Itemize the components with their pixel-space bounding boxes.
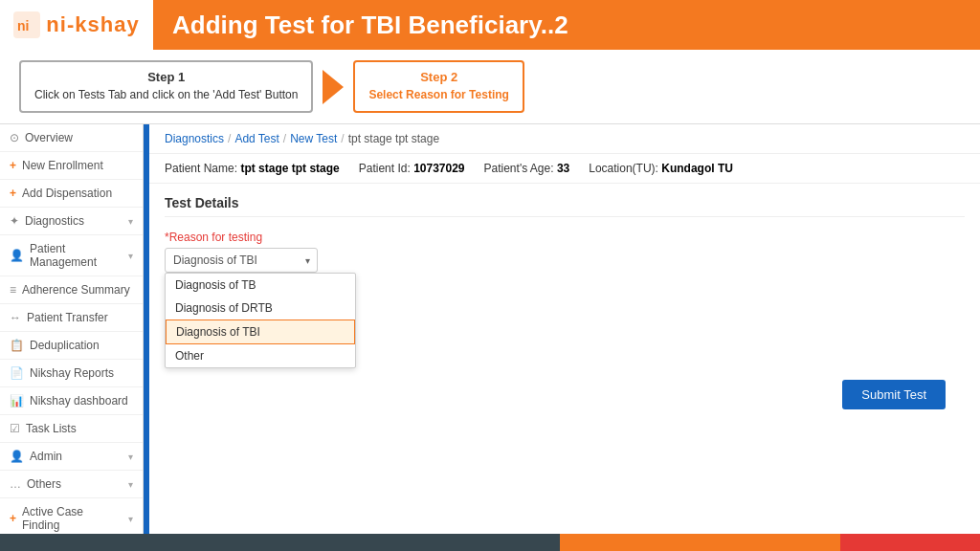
sidebar-label-deduplication: Deduplication <box>30 339 100 352</box>
patient-name-value: tpt stage tpt stage <box>240 162 339 175</box>
steps-arrow <box>323 70 344 104</box>
nikshay-dashboard-icon: 📊 <box>10 394 24 408</box>
reason-list-item-other[interactable]: Other <box>166 344 355 367</box>
patient-mgmt-arrow-icon: ▾ <box>128 251 133 261</box>
reason-list-item-tbi[interactable]: Diagnosis of TBI <box>166 320 355 344</box>
transfer-icon: ↔ <box>10 311 21 324</box>
sidebar-label-task-lists: Task Lists <box>26 422 77 435</box>
reason-dropdown-wrapper[interactable]: Select Reason for testing Diagnosis of T… <box>165 248 318 273</box>
sidebar-label-active-case: Active Case Finding <box>22 505 122 532</box>
breadcrumb-patient: tpt stage tpt stage <box>348 132 439 145</box>
admin-arrow-icon: ▾ <box>128 452 133 462</box>
sidebar-item-nikshay-reports[interactable]: 📄 Nikshay Reports <box>0 360 143 387</box>
task-lists-icon: ☑ <box>10 422 20 435</box>
sidebar-label-transfer: Patient Transfer <box>27 311 108 324</box>
patient-info-bar: Patient Name: tpt stage tpt stage Patien… <box>149 154 980 184</box>
sidebar-item-task-lists[interactable]: ☑ Task Lists <box>0 415 143 443</box>
sidebar-label-nikshay-dashboard: Nikshay dashboard <box>30 394 128 408</box>
breadcrumb: Diagnostics / Add Test / New Test / tpt … <box>149 124 980 154</box>
sidebar-item-active-case[interactable]: + Active Case Finding ▾ <box>0 498 143 534</box>
admin-icon: 👤 <box>10 450 24 463</box>
breadcrumb-sep2: / <box>283 132 286 145</box>
patient-location-value: Kundagol TU <box>661 162 733 175</box>
diagnostics-arrow-icon: ▾ <box>128 216 133 227</box>
step1-desc: Click on Tests Tab and click on the 'Add… <box>34 88 298 101</box>
adherence-icon: ≡ <box>10 283 16 297</box>
reason-for-testing-row: *Reason for testing Select Reason for te… <box>165 231 965 273</box>
status-bar-dark <box>0 534 560 551</box>
breadcrumb-sep3: / <box>341 132 344 145</box>
patient-age-label: Patient's Age: <box>484 162 554 175</box>
patient-name-field: Patient Name: tpt stage tpt stage <box>165 162 340 175</box>
reason-select[interactable]: Select Reason for testing Diagnosis of T… <box>165 248 318 273</box>
header: ni ni-kshay Adding Test for TBI Benefici… <box>0 0 980 50</box>
sidebar-label-adherence: Adherence Summary <box>22 283 130 297</box>
patient-id-field: Patient Id: 10737029 <box>359 162 465 175</box>
sidebar-item-nikshay-dashboard[interactable]: 📊 Nikshay dashboard <box>0 387 143 415</box>
test-details-title: Test Details <box>165 195 965 217</box>
step2-box: Step 2 Select Reason for Testing <box>353 60 523 113</box>
test-details-section: Test Details *Reason for testing Select … <box>149 184 980 436</box>
sidebar-item-new-enrollment[interactable]: + New Enrollment <box>0 152 143 180</box>
others-icon: … <box>10 477 21 491</box>
reason-dropdown-list: Diagnosis of TB Diagnosis of DRTB Diagno… <box>165 273 356 368</box>
active-case-icon: + <box>10 512 16 525</box>
nikshay-reports-icon: 📄 <box>10 366 24 380</box>
status-bar-orange <box>560 534 840 551</box>
breadcrumb-new-test[interactable]: New Test <box>290 132 337 145</box>
patient-age-value: 33 <box>557 162 569 175</box>
breadcrumb-sep1: / <box>228 132 231 145</box>
sidebar-label-patient-management: Patient Management <box>30 242 122 269</box>
diagnostics-icon: ✦ <box>10 214 19 228</box>
status-bar <box>0 534 980 551</box>
breadcrumb-diagnostics[interactable]: Diagnostics <box>165 132 224 145</box>
sidebar-label-others: Others <box>27 477 61 491</box>
new-enrollment-icon: + <box>10 159 16 172</box>
sidebar-item-admin[interactable]: 👤 Admin ▾ <box>0 443 143 471</box>
sidebar-item-adherence[interactable]: ≡ Adherence Summary <box>0 276 143 304</box>
step2-num: Step 2 <box>368 70 508 84</box>
others-arrow-icon: ▾ <box>128 479 133 490</box>
step1-num: Step 1 <box>34 70 298 84</box>
sidebar-item-overview[interactable]: ⊙ Overview <box>0 124 143 152</box>
sidebar-item-transfer[interactable]: ↔ Patient Transfer <box>0 304 143 332</box>
submit-test-button[interactable]: Submit Test <box>842 380 946 409</box>
logo-icon: ni <box>13 11 40 38</box>
content-panel: Diagnostics / Add Test / New Test / tpt … <box>149 124 980 534</box>
overview-icon: ⊙ <box>10 131 19 144</box>
patient-id-label: Patient Id: <box>359 162 411 175</box>
header-title: Adding Test for TBI Beneficiary..2 <box>153 11 980 40</box>
patient-location-field: Location(TU): Kundagol TU <box>589 162 733 175</box>
step1-box: Step 1 Click on Tests Tab and click on t… <box>19 60 313 113</box>
reason-list-item-tb[interactable]: Diagnosis of TB <box>166 274 355 297</box>
sidebar-label-diagnostics: Diagnostics <box>25 214 84 228</box>
sidebar-item-deduplication[interactable]: 📋 Deduplication <box>0 332 143 360</box>
patient-mgmt-icon: 👤 <box>10 249 24 262</box>
logo-text: ni-kshay <box>46 12 139 37</box>
active-case-arrow-icon: ▾ <box>128 514 133 524</box>
sidebar: ⊙ Overview + New Enrollment + Add Dispen… <box>0 124 144 534</box>
sidebar-label-overview: Overview <box>25 131 73 144</box>
add-dispensation-icon: + <box>10 187 16 200</box>
sidebar-label-add-dispensation: Add Dispensation <box>22 187 112 200</box>
sidebar-item-diagnostics[interactable]: ✦ Diagnostics ▾ <box>0 208 143 235</box>
sidebar-item-add-dispensation[interactable]: + Add Dispensation <box>0 180 143 208</box>
svg-text:ni: ni <box>17 18 29 33</box>
step2-desc: Select Reason for Testing <box>368 88 508 101</box>
status-bar-red <box>840 534 980 551</box>
breadcrumb-add-test[interactable]: Add Test <box>234 132 278 145</box>
logo-area: ni ni-kshay <box>0 0 153 50</box>
sidebar-item-others[interactable]: … Others ▾ <box>0 471 143 498</box>
steps-bar: Step 1 Click on Tests Tab and click on t… <box>0 50 980 124</box>
submit-area: Submit Test <box>165 364 965 425</box>
main-area: ⊙ Overview + New Enrollment + Add Dispen… <box>0 124 980 534</box>
patient-location-label: Location(TU): <box>589 162 658 175</box>
patient-id-value: 10737029 <box>413 162 464 175</box>
dedup-icon: 📋 <box>10 339 24 352</box>
sidebar-item-patient-management[interactable]: 👤 Patient Management ▾ <box>0 235 143 276</box>
sidebar-label-admin: Admin <box>30 450 62 463</box>
reason-list-item-drtb[interactable]: Diagnosis of DRTB <box>166 297 355 320</box>
reason-label: *Reason for testing <box>165 231 965 244</box>
patient-name-label: Patient Name: <box>165 162 237 175</box>
sidebar-label-new-enrollment: New Enrollment <box>22 159 103 172</box>
